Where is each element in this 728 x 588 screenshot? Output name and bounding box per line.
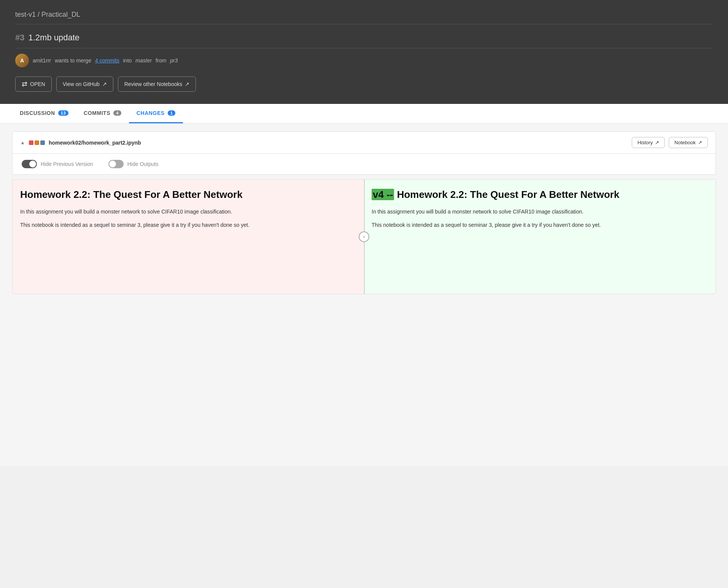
tab-changes-badge: 1 (168, 110, 176, 116)
pr-meta: A amit1rrr wants to merge 4 commits into… (15, 54, 713, 67)
diff-body-right: In this assignment you will build a mons… (372, 207, 708, 229)
breadcrumb: test-v1 / Practical_DL (15, 11, 713, 24)
diff-body-left-p1: In this assignment you will build a mons… (20, 207, 356, 216)
pr-commits-link[interactable]: 4 commits (95, 57, 119, 64)
notebook-external-icon: ↗ (698, 140, 702, 145)
pr-source-branch: pr3 (170, 57, 178, 64)
diff-title-right-text: Homework 2.2: The Quest For A Better Net… (397, 189, 620, 200)
toggle-hide-prev-label: Hide Previous Version (41, 161, 93, 167)
tabs-bar: DISCUSSION 13 COMMITS 4 CHANGES 1 (0, 104, 728, 124)
toggle-hide-prev-switch[interactable] (22, 160, 37, 168)
view-github-button[interactable]: View on GitHub ↗ (56, 76, 113, 92)
pr-title: 1.2mb update (28, 33, 79, 43)
header-buttons: ⇄ OPEN View on GitHub ↗ Review other Not… (15, 76, 713, 92)
diff-title-highlight: v4 -- (372, 189, 394, 200)
notebook-button[interactable]: Notebook ↗ (669, 137, 708, 148)
tab-changes-label: CHANGES (137, 110, 165, 116)
diff-panel-right: v4 -- Homework 2.2: The Quest For A Bett… (364, 180, 715, 294)
pr-number: #3 (15, 33, 24, 43)
file-header: ▲ homework02/homework_part2.ipynb Histor… (12, 131, 716, 154)
review-notebooks-label: Review other Notebooks (124, 81, 183, 87)
dot-red (29, 140, 33, 145)
avatar-image: A (15, 54, 29, 67)
history-button-label: History (637, 140, 653, 145)
pr-meta-from: from (156, 57, 166, 64)
history-button[interactable]: History ↗ (632, 137, 665, 148)
pr-icon: ⇄ (22, 80, 27, 88)
pr-author: amit1rrr (33, 57, 51, 64)
file-header-right: History ↗ Notebook ↗ (632, 137, 708, 148)
toggle-hide-outputs-knob (109, 161, 116, 167)
file-header-left: ▲ homework02/homework_part2.ipynb (20, 140, 141, 146)
diff-title-left-text: Homework 2.2: The Quest For A Better Net… (20, 189, 243, 200)
toggle-hide-outputs-label: Hide Outputs (127, 161, 159, 167)
toggle-hide-prev-knob (29, 161, 36, 167)
diff-panels: + Homework 2.2: The Quest For A Better N… (12, 179, 716, 294)
main-content: ▲ homework02/homework_part2.ipynb Histor… (0, 124, 728, 466)
tab-discussion-label: DISCUSSION (20, 110, 55, 116)
pr-target-branch: master (135, 57, 152, 64)
avatar: A (15, 54, 29, 67)
collapse-icon[interactable]: ▲ (20, 140, 25, 145)
dot-orange (35, 140, 39, 145)
notebook-button-label: Notebook (674, 140, 696, 145)
diff-body-right-p1: In this assignment you will build a mons… (372, 207, 708, 216)
open-button[interactable]: ⇄ OPEN (15, 76, 52, 92)
diff-body-right-p2: This notebook is intended as a sequel to… (372, 221, 708, 229)
diff-title-left: Homework 2.2: The Quest For A Better Net… (20, 189, 356, 201)
file-name: homework02/homework_part2.ipynb (49, 140, 141, 146)
tab-commits-badge: 4 (113, 110, 121, 116)
diff-panel-left: Homework 2.2: The Quest For A Better Net… (13, 180, 364, 294)
tab-commits[interactable]: COMMITS 4 (76, 104, 129, 123)
toggle-section: Hide Previous Version Hide Outputs (12, 154, 716, 175)
history-external-icon: ↗ (655, 140, 659, 145)
toggle-hide-outputs-switch[interactable] (108, 160, 124, 168)
view-github-label: View on GitHub (63, 81, 100, 87)
external-link-icon-2: ↗ (185, 81, 189, 87)
toggle-hide-outputs: Hide Outputs (108, 160, 159, 168)
pr-meta-before: wants to merge (55, 57, 91, 64)
review-notebooks-button[interactable]: Review other Notebooks ↗ (118, 76, 196, 92)
header-section: test-v1 / Practical_DL #3 1.2mb update A… (0, 0, 728, 104)
diff-connector: + (359, 231, 369, 242)
tab-discussion[interactable]: DISCUSSION 13 (12, 104, 76, 123)
diff-body-left-p2: This notebook is intended as a sequel to… (20, 221, 356, 229)
dot-blue (40, 140, 45, 145)
tab-discussion-badge: 13 (58, 110, 68, 116)
open-button-label: OPEN (30, 81, 45, 87)
tab-commits-label: COMMITS (84, 110, 110, 116)
diff-title-right: v4 -- Homework 2.2: The Quest For A Bett… (372, 189, 708, 201)
pr-title-row: #3 1.2mb update (15, 33, 713, 48)
pr-meta-into: into (123, 57, 132, 64)
toggle-hide-prev: Hide Previous Version (22, 160, 93, 168)
external-link-icon: ↗ (102, 81, 107, 87)
diff-dots (29, 140, 45, 145)
tab-changes[interactable]: CHANGES 1 (129, 104, 183, 123)
diff-body-left: In this assignment you will build a mons… (20, 207, 356, 229)
